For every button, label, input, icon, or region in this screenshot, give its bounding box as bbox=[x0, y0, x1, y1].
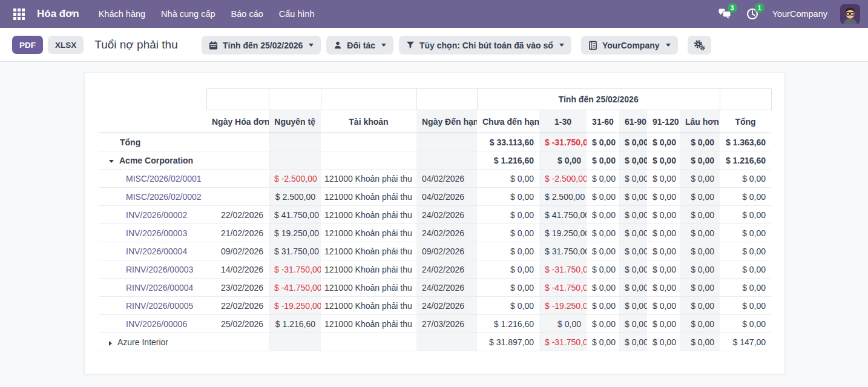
journal-entry-link[interactable]: RINV/2026/00003 bbox=[126, 265, 193, 274]
value-cell: 121000 Khoản phải thu bbox=[321, 315, 416, 333]
value-cell: $ 0,00 bbox=[680, 333, 720, 351]
value-cell: $ 0,00 bbox=[477, 224, 539, 242]
value-cell: $ 0,00 bbox=[619, 260, 647, 279]
value-cell: $ 33.113,60 bbox=[477, 133, 539, 151]
column-header-61-90: 61-90 bbox=[619, 110, 647, 133]
total-row-label: Tổng bbox=[120, 137, 140, 147]
row-label-cell: RINV/2026/00005 bbox=[99, 297, 206, 315]
value-cell: $ 1.216,60 bbox=[269, 315, 321, 333]
company-name[interactable]: YourCompany bbox=[772, 9, 827, 19]
user-avatar[interactable] bbox=[840, 4, 860, 24]
nav-item-vendors[interactable]: Nhà cung cấp bbox=[161, 9, 215, 19]
value-cell: 04/02/2026 bbox=[416, 170, 477, 188]
journal-entry-link[interactable]: INV/2026/00006 bbox=[126, 319, 187, 329]
value-cell: $ 0,00 bbox=[680, 151, 720, 170]
value-cell: $ -31.750,00 bbox=[539, 133, 587, 151]
top-navbar: Hóa đơn Khách hàng Nhà cung cấp Báo cáo … bbox=[0, 0, 868, 28]
current-app-name[interactable]: Hóa đơn bbox=[37, 8, 79, 20]
apps-menu-button[interactable] bbox=[8, 3, 30, 25]
export-xlsx-button[interactable]: XLSX bbox=[48, 36, 84, 54]
value-cell: 22/02/2026 bbox=[206, 206, 269, 224]
value-cell: $ 1.216,60 bbox=[477, 315, 539, 333]
value-cell: $ -19.250,00 bbox=[539, 297, 587, 315]
value-cell: $ 0,00 bbox=[587, 242, 619, 260]
avatar-image bbox=[840, 4, 860, 24]
nav-item-customers[interactable]: Khách hàng bbox=[99, 9, 145, 19]
value-cell: $ 31.750,00 bbox=[539, 242, 587, 260]
value-cell: $ 0,00 bbox=[477, 279, 539, 297]
header-blank-cell bbox=[99, 89, 206, 110]
collapse-caret-icon[interactable] bbox=[109, 160, 114, 163]
row-label-cell: MISC/2026/02/0001 bbox=[99, 170, 206, 188]
value-cell: 04/02/2026 bbox=[416, 188, 477, 206]
row-label-cell: Tổng bbox=[99, 133, 206, 151]
journal-entry-link[interactable]: INV/2026/00004 bbox=[126, 246, 187, 256]
value-cell: $ -31.750,00 bbox=[269, 260, 321, 279]
journal-entry-link[interactable]: MISC/2026/02/0002 bbox=[126, 192, 202, 202]
date-filter-button[interactable]: Tính đến 25/02/2026 bbox=[202, 36, 321, 55]
journal-entry-link[interactable]: RINV/2026/00004 bbox=[126, 283, 193, 293]
activities-button[interactable]: 1 bbox=[745, 7, 760, 21]
value-cell bbox=[416, 151, 477, 170]
value-cell: $ 0,00 bbox=[720, 206, 771, 224]
partner-filter-button[interactable]: Đối tác bbox=[326, 36, 393, 55]
value-cell: $ -41.750,00 bbox=[539, 279, 587, 297]
value-cell: $ 0,00 bbox=[539, 151, 587, 170]
value-cell: $ 41.750,00 bbox=[269, 206, 321, 224]
row-label-cell: RINV/2026/00004 bbox=[99, 279, 206, 297]
value-cell: $ 0,00 bbox=[587, 170, 619, 188]
column-header-total: Tổng bbox=[720, 110, 771, 133]
partner-name[interactable]: Azure Interior bbox=[117, 337, 168, 347]
value-cell bbox=[321, 151, 416, 170]
journal-entry-link[interactable]: MISC/2026/02/0001 bbox=[126, 174, 202, 184]
value-cell: $ 0,00 bbox=[680, 297, 720, 315]
value-cell: $ 0,00 bbox=[587, 133, 619, 151]
nav-item-reporting[interactable]: Báo cáo bbox=[231, 9, 263, 19]
period-group-header: Tính đến 25/02/2026 bbox=[477, 89, 720, 110]
export-pdf-button[interactable]: PDF bbox=[12, 36, 43, 54]
navbar-right-cluster: 3 1 YourCompany bbox=[718, 4, 860, 24]
value-cell: 09/02/2026 bbox=[206, 242, 269, 260]
header-empty-cell bbox=[269, 89, 321, 110]
value-cell: $ 0,00 bbox=[539, 315, 587, 333]
value-cell: $ 0,00 bbox=[477, 297, 539, 315]
value-cell: $ 0,00 bbox=[647, 260, 680, 279]
value-cell: $ 0,00 bbox=[647, 333, 680, 351]
value-cell: $ -2.500,00 bbox=[269, 170, 321, 188]
column-header-91-120: 91-120 bbox=[647, 110, 680, 133]
value-cell bbox=[269, 333, 321, 351]
expand-caret-icon[interactable] bbox=[109, 341, 112, 346]
value-cell: $ 0,00 bbox=[720, 315, 771, 333]
aged-receivable-table: Tính đến 25/02/2026 Ngày Hóa đơn Nguyên … bbox=[99, 88, 772, 351]
report-settings-button[interactable] bbox=[688, 36, 711, 55]
column-header-currency: Nguyên tệ bbox=[269, 110, 321, 133]
column-header-1-30: 1-30 bbox=[539, 110, 587, 133]
chevron-down-icon bbox=[666, 44, 671, 47]
value-cell: $ 0,00 bbox=[720, 242, 771, 260]
gears-icon bbox=[694, 39, 705, 51]
nav-item-configuration[interactable]: Cấu hình bbox=[279, 9, 315, 19]
value-cell bbox=[416, 133, 477, 151]
partner-name[interactable]: Acme Corporation bbox=[119, 156, 193, 165]
value-cell: $ 0,00 bbox=[720, 260, 771, 279]
value-cell: $ 0,00 bbox=[647, 170, 680, 188]
value-cell: $ 0,00 bbox=[720, 188, 771, 206]
journal-entry-link[interactable]: RINV/2026/00005 bbox=[126, 301, 193, 311]
journal-entry-link[interactable]: INV/2026/00002 bbox=[126, 210, 187, 220]
value-cell: $ -31.750,00 bbox=[539, 260, 587, 279]
options-filter-button[interactable]: Tùy chọn: Chỉ bút toán đã vào sổ bbox=[399, 36, 571, 55]
company-filter-button[interactable]: YourCompany bbox=[581, 36, 678, 55]
line-row: RINV/2026/0000522/02/2026$ -19.250,00121… bbox=[99, 297, 771, 315]
messages-button[interactable]: 3 bbox=[718, 7, 732, 21]
partner-filter-label: Đối tác bbox=[347, 41, 375, 50]
line-row: INV/2026/0000625/02/2026$ 1.216,60121000… bbox=[99, 315, 771, 333]
value-cell: 24/02/2026 bbox=[416, 297, 477, 315]
value-cell bbox=[321, 333, 416, 351]
line-row: MISC/2026/02/0002$ 2.500,00121000 Khoản … bbox=[99, 188, 771, 206]
journal-entry-link[interactable]: INV/2026/00003 bbox=[126, 228, 187, 238]
row-label-cell: RINV/2026/00003 bbox=[99, 260, 206, 279]
value-cell: 27/03/2026 bbox=[416, 315, 477, 333]
value-cell: $ 1.216,60 bbox=[720, 151, 771, 170]
value-cell: $ 0,00 bbox=[587, 188, 619, 206]
value-cell: $ 0,00 bbox=[619, 133, 647, 151]
